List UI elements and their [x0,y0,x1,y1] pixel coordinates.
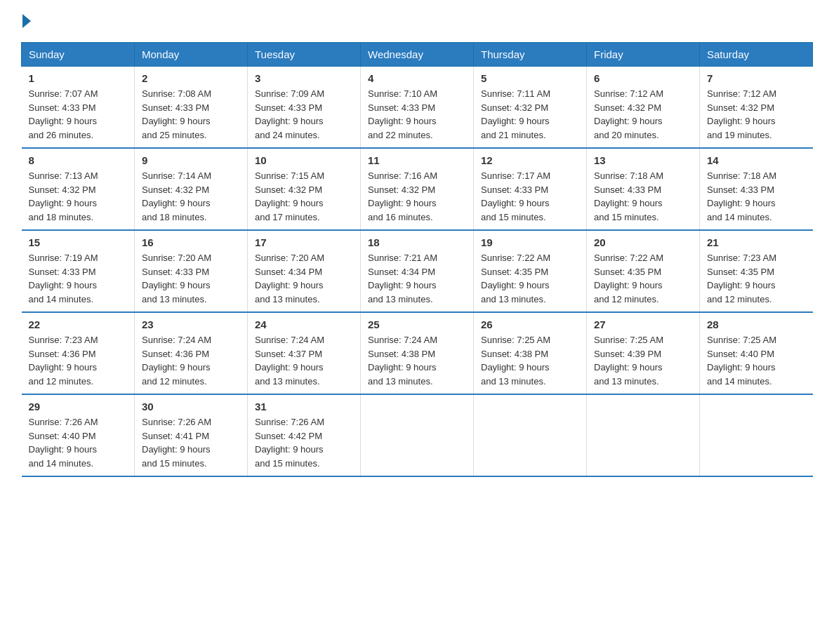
day-number: 24 [255,318,353,330]
calendar-cell: 22Sunrise: 7:23 AMSunset: 4:36 PMDayligh… [22,312,135,394]
calendar-cell: 3Sunrise: 7:09 AMSunset: 4:33 PMDaylight… [248,67,361,149]
logo-arrow-icon [22,14,31,28]
calendar-cell: 9Sunrise: 7:14 AMSunset: 4:32 PMDaylight… [135,148,248,230]
day-info: Sunrise: 7:25 AMSunset: 4:39 PMDaylight:… [594,335,663,387]
calendar-cell: 20Sunrise: 7:22 AMSunset: 4:35 PMDayligh… [587,230,700,312]
day-number: 23 [142,318,240,330]
calendar-cell: 25Sunrise: 7:24 AMSunset: 4:38 PMDayligh… [361,312,474,394]
day-number: 29 [29,401,128,412]
day-number: 30 [142,401,240,412]
day-number: 31 [255,401,353,412]
calendar-cell: 28Sunrise: 7:25 AMSunset: 4:40 PMDayligh… [700,312,813,394]
day-info: Sunrise: 7:26 AMSunset: 4:41 PMDaylight:… [142,417,211,469]
calendar-cell: 18Sunrise: 7:21 AMSunset: 4:34 PMDayligh… [361,230,474,312]
day-info: Sunrise: 7:17 AMSunset: 4:33 PMDaylight:… [481,170,550,222]
day-info: Sunrise: 7:18 AMSunset: 4:33 PMDaylight:… [707,170,776,222]
calendar-week-row: 29Sunrise: 7:26 AMSunset: 4:40 PMDayligh… [22,394,813,476]
calendar-cell: 11Sunrise: 7:16 AMSunset: 4:32 PMDayligh… [361,148,474,230]
calendar-week-row: 1Sunrise: 7:07 AMSunset: 4:33 PMDaylight… [22,67,813,149]
header-monday: Monday [135,43,248,67]
day-info: Sunrise: 7:11 AMSunset: 4:32 PMDaylight:… [481,88,550,140]
day-number: 13 [594,154,692,166]
header-tuesday: Tuesday [248,43,361,67]
day-info: Sunrise: 7:08 AMSunset: 4:33 PMDaylight:… [142,88,211,140]
calendar-cell: 30Sunrise: 7:26 AMSunset: 4:41 PMDayligh… [135,394,248,476]
calendar-cell: 8Sunrise: 7:13 AMSunset: 4:32 PMDaylight… [22,148,135,230]
day-info: Sunrise: 7:26 AMSunset: 4:42 PMDaylight:… [255,417,324,469]
day-number: 9 [142,154,240,166]
calendar-cell: 31Sunrise: 7:26 AMSunset: 4:42 PMDayligh… [248,394,361,476]
day-info: Sunrise: 7:25 AMSunset: 4:38 PMDaylight:… [481,335,550,387]
day-number: 25 [368,318,466,330]
calendar-cell: 4Sunrise: 7:10 AMSunset: 4:33 PMDaylight… [361,67,474,149]
calendar-cell: 27Sunrise: 7:25 AMSunset: 4:39 PMDayligh… [587,312,700,394]
day-number: 3 [255,72,353,84]
day-info: Sunrise: 7:12 AMSunset: 4:32 PMDaylight:… [594,88,663,140]
day-number: 27 [594,318,692,330]
day-info: Sunrise: 7:24 AMSunset: 4:38 PMDaylight:… [368,335,437,387]
calendar-cell: 16Sunrise: 7:20 AMSunset: 4:33 PMDayligh… [135,230,248,312]
calendar-cell [700,394,813,476]
day-number: 19 [481,236,579,248]
day-info: Sunrise: 7:26 AMSunset: 4:40 PMDaylight:… [29,417,98,469]
day-number: 15 [29,236,128,248]
calendar-week-row: 15Sunrise: 7:19 AMSunset: 4:33 PMDayligh… [22,230,813,312]
day-info: Sunrise: 7:23 AMSunset: 4:36 PMDaylight:… [29,335,98,387]
day-info: Sunrise: 7:07 AMSunset: 4:33 PMDaylight:… [29,88,98,140]
header-saturday: Saturday [700,43,813,67]
day-info: Sunrise: 7:22 AMSunset: 4:35 PMDaylight:… [594,253,663,304]
calendar-cell [587,394,700,476]
day-info: Sunrise: 7:18 AMSunset: 4:33 PMDaylight:… [594,170,663,222]
calendar-cell: 1Sunrise: 7:07 AMSunset: 4:33 PMDaylight… [22,67,135,149]
calendar-cell [361,394,474,476]
day-number: 14 [707,154,806,166]
calendar-cell: 5Sunrise: 7:11 AMSunset: 4:32 PMDaylight… [474,67,587,149]
day-number: 18 [368,236,466,248]
day-info: Sunrise: 7:20 AMSunset: 4:33 PMDaylight:… [142,253,211,304]
calendar-cell: 26Sunrise: 7:25 AMSunset: 4:38 PMDayligh… [474,312,587,394]
day-info: Sunrise: 7:23 AMSunset: 4:35 PMDaylight:… [707,253,776,304]
calendar-cell: 12Sunrise: 7:17 AMSunset: 4:33 PMDayligh… [474,148,587,230]
day-number: 12 [481,154,579,166]
day-number: 1 [29,72,128,84]
day-number: 22 [29,318,128,330]
calendar-cell: 2Sunrise: 7:08 AMSunset: 4:33 PMDaylight… [135,67,248,149]
day-number: 8 [29,154,128,166]
day-info: Sunrise: 7:12 AMSunset: 4:32 PMDaylight:… [707,88,776,140]
calendar-cell: 23Sunrise: 7:24 AMSunset: 4:36 PMDayligh… [135,312,248,394]
day-number: 6 [594,72,692,84]
calendar-cell: 17Sunrise: 7:20 AMSunset: 4:34 PMDayligh… [248,230,361,312]
page-header [21,14,813,28]
day-number: 21 [707,236,806,248]
calendar-cell: 13Sunrise: 7:18 AMSunset: 4:33 PMDayligh… [587,148,700,230]
header-sunday: Sunday [22,43,135,67]
day-info: Sunrise: 7:13 AMSunset: 4:32 PMDaylight:… [29,170,98,222]
day-number: 10 [255,154,353,166]
calendar-cell: 24Sunrise: 7:24 AMSunset: 4:37 PMDayligh… [248,312,361,394]
day-info: Sunrise: 7:24 AMSunset: 4:36 PMDaylight:… [142,335,211,387]
day-number: 2 [142,72,240,84]
day-info: Sunrise: 7:14 AMSunset: 4:32 PMDaylight:… [142,170,211,222]
calendar-cell: 21Sunrise: 7:23 AMSunset: 4:35 PMDayligh… [700,230,813,312]
day-number: 4 [368,72,466,84]
day-number: 26 [481,318,579,330]
day-info: Sunrise: 7:16 AMSunset: 4:32 PMDaylight:… [368,170,437,222]
day-number: 20 [594,236,692,248]
day-info: Sunrise: 7:22 AMSunset: 4:35 PMDaylight:… [481,253,550,304]
calendar-table: SundayMondayTuesdayWednesdayThursdayFrid… [21,42,813,477]
header-friday: Friday [587,43,700,67]
day-info: Sunrise: 7:15 AMSunset: 4:32 PMDaylight:… [255,170,324,222]
day-info: Sunrise: 7:09 AMSunset: 4:33 PMDaylight:… [255,88,324,140]
day-number: 7 [707,72,806,84]
logo [21,14,32,28]
day-number: 16 [142,236,240,248]
header-thursday: Thursday [474,43,587,67]
day-info: Sunrise: 7:20 AMSunset: 4:34 PMDaylight:… [255,253,324,304]
day-info: Sunrise: 7:19 AMSunset: 4:33 PMDaylight:… [29,253,98,304]
day-number: 5 [481,72,579,84]
calendar-cell: 15Sunrise: 7:19 AMSunset: 4:33 PMDayligh… [22,230,135,312]
day-info: Sunrise: 7:25 AMSunset: 4:40 PMDaylight:… [707,335,776,387]
day-number: 28 [707,318,806,330]
day-info: Sunrise: 7:24 AMSunset: 4:37 PMDaylight:… [255,335,324,387]
calendar-header-row: SundayMondayTuesdayWednesdayThursdayFrid… [22,43,813,67]
